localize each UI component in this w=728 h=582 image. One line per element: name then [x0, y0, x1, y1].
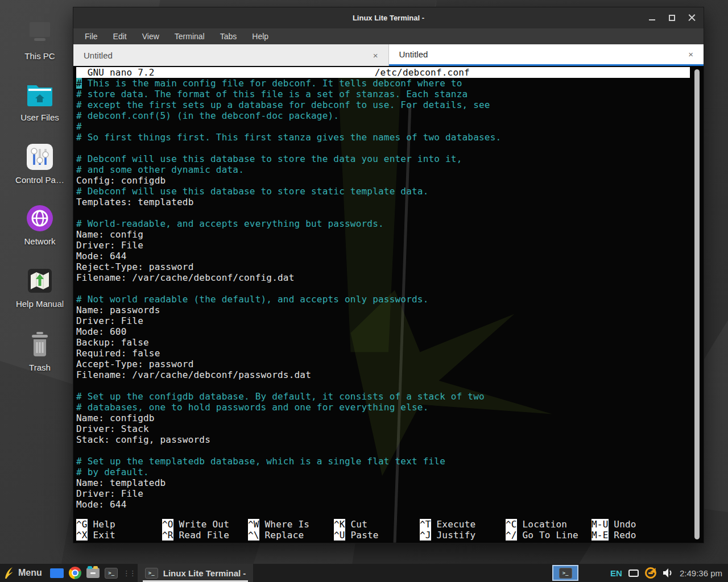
shortcut-row: ^G Help^O Write Out^W Where Is^K Cut^T E…: [76, 519, 690, 530]
shortcut-key: M-U: [592, 519, 609, 530]
file-manager-icon[interactable]: [86, 566, 101, 580]
shortcut-exit: ^X Exit: [76, 530, 162, 541]
terminal-line: # So first things first. This first stan…: [76, 132, 690, 143]
terminal-line: Mode: 600: [76, 326, 690, 337]
tab-label: Untitled: [399, 49, 428, 59]
show-desktop-icon[interactable]: [49, 566, 64, 580]
shortcut-key: ^\: [248, 530, 259, 541]
terminal-line: # World-readable, and accepts everything…: [76, 218, 690, 229]
keyboard-layout-indicator[interactable]: EN: [610, 568, 622, 578]
shortcut-key: ^O: [162, 519, 173, 530]
chrome-icon[interactable]: [68, 566, 82, 580]
terminal-line: # Set up the templatedb database, which …: [76, 456, 690, 467]
clock[interactable]: 2:49:36 pm: [680, 568, 722, 578]
terminal-line: Name: passwords: [76, 305, 690, 315]
desktop-icon-network[interactable]: Network: [11, 203, 68, 246]
titlebar[interactable]: Linux Lite Terminal -: [73, 7, 704, 28]
nano-version: GNU nano 7.2: [76, 67, 155, 78]
linux-lite-logo-icon: [3, 567, 14, 579]
menu-button[interactable]: Menu: [0, 564, 48, 582]
taskbar: Menu >_ ⋮⋮ >_ Linux Lite Terminal - >_ E…: [0, 564, 728, 582]
shortcut-key: ^W: [248, 519, 259, 530]
shortcut-key: ^R: [162, 530, 173, 541]
minimize-icon[interactable]: [648, 14, 656, 22]
desktop-icon-control-panel[interactable]: Control Pa…: [11, 142, 68, 185]
shortcut-go-to-line: ^/ Go To Line: [506, 530, 592, 541]
menu-item-tabs[interactable]: Tabs: [220, 32, 237, 41]
display-settings-icon[interactable]: [628, 569, 639, 577]
menu-item-file[interactable]: File: [85, 32, 98, 41]
menu-item-terminal[interactable]: Terminal: [175, 32, 205, 41]
desktop-icon-label: Trash: [11, 363, 68, 372]
tab-close-icon[interactable]: ×: [688, 50, 693, 59]
terminal-line: # and some other dynamic data.: [76, 164, 690, 175]
terminal-line: Driver: Stack: [76, 423, 690, 434]
system-tray: EN 2:49:36 pm: [610, 567, 728, 579]
desktop-icon-label: This PC: [11, 51, 68, 61]
terminal-line: # Debconf will use this database to stor…: [76, 153, 690, 164]
menu-item-view[interactable]: View: [142, 32, 159, 41]
shortcut-replace: ^\ Replace: [248, 530, 334, 541]
terminal-line: # This is the main config file for debco…: [76, 78, 690, 89]
terminal-line: # Not world readable (the default), and …: [76, 294, 690, 305]
terminal-line: # store data. The format of this file is…: [76, 89, 690, 99]
desktop-icon-trash[interactable]: Trash: [11, 330, 68, 372]
trash-icon: [25, 330, 55, 359]
terminal-line: Templates: templatedb: [76, 197, 690, 207]
terminal-line: Driver: File: [76, 315, 690, 326]
tab-close-icon[interactable]: ×: [373, 51, 378, 60]
terminal-line: [76, 283, 690, 294]
globe-icon: [25, 203, 55, 233]
close-icon[interactable]: [688, 14, 696, 22]
terminal-line: Stack: config, passwords: [76, 434, 690, 445]
tab-untitled-2[interactable]: Untitled ×: [389, 44, 704, 66]
nano-file-path: /etc/debconf.conf: [155, 67, 690, 78]
workspace-pager-terminal[interactable]: >_: [552, 565, 578, 581]
shortcut-key: ^G: [76, 519, 88, 530]
volume-icon[interactable]: [663, 568, 673, 578]
terminal-line: [76, 380, 690, 391]
manual-map-icon: [25, 266, 55, 296]
shortcut-write-out: ^O Write Out: [162, 519, 248, 530]
shortcut-location: ^C Location: [506, 519, 592, 530]
terminal-launcher-icon[interactable]: >_: [104, 566, 119, 580]
updates-icon[interactable]: [645, 567, 656, 579]
desktop-icon-user-files[interactable]: User Files: [11, 80, 68, 122]
text-cursor: #: [76, 78, 82, 89]
shortcut-undo: M-U Undo: [592, 519, 636, 530]
shortcut-key: ^J: [420, 530, 431, 541]
shortcut-row: ^X Exit^R Read File^\ Replace^U Paste^J …: [76, 530, 690, 541]
shortcut-key: ^K: [334, 519, 345, 530]
terminal-line: # Debconf will use this database to stor…: [76, 186, 690, 197]
nano-shortcut-bar: ^G Help^O Write Out^W Where Is^K Cut^T E…: [76, 519, 690, 541]
desktop-icon-help-manual[interactable]: Help Manual: [11, 266, 68, 309]
terminal-line: Filename: /var/cache/debconf/passwords.d…: [76, 369, 690, 380]
window-title: Linux Lite Terminal -: [73, 7, 704, 28]
desktop-icon-label: Network: [11, 236, 68, 246]
terminal-line: Name: templatedb: [76, 477, 690, 488]
tab-bar: Untitled × Untitled ×: [73, 44, 704, 66]
task-button-terminal[interactable]: >_ Linux Lite Terminal -: [138, 564, 254, 582]
desktop-icon-label: Help Manual: [11, 299, 68, 309]
terminal-line: Backup: false: [76, 337, 690, 348]
menu-item-help[interactable]: Help: [252, 32, 268, 41]
terminal-line: Name: config: [76, 229, 690, 240]
tab-label: Untitled: [84, 51, 113, 60]
maximize-icon[interactable]: [668, 14, 676, 22]
menu-item-edit[interactable]: Edit: [113, 32, 127, 41]
terminal-line: Config: configdb: [76, 175, 690, 186]
taskbar-separator: ⋮⋮: [123, 569, 135, 577]
desktop-icon-this-pc[interactable]: This PC: [11, 18, 68, 61]
shortcut-key: M-E: [592, 530, 609, 541]
terminal-line: # debconf.conf(5) (in the debconf-doc pa…: [76, 110, 690, 121]
terminal-line: Mode: 644: [76, 251, 690, 261]
shortcut-read-file: ^R Read File: [162, 530, 248, 541]
terminal-viewport[interactable]: GNU nano 7.2 /etc/debconf.conf # This is…: [73, 66, 704, 543]
shortcut-key: ^/: [506, 530, 517, 541]
shortcut-key: ^X: [76, 530, 88, 541]
terminal-line: Accept-Type: password: [76, 359, 690, 369]
tab-untitled-1[interactable]: Untitled ×: [73, 44, 389, 66]
scrollbar[interactable]: [694, 69, 700, 539]
terminal-line: Filename: /var/cache/debconf/config.dat: [76, 272, 690, 283]
terminal-icon: >_: [559, 568, 572, 579]
